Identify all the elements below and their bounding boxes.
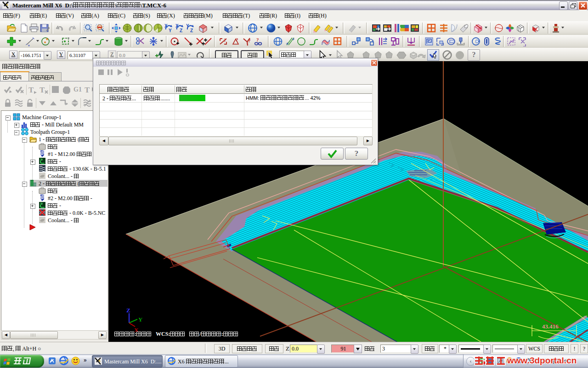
svg-text:T: T — [85, 86, 90, 94]
svg-text:Y: Y — [138, 316, 143, 323]
svg-text:Z: Z — [180, 28, 182, 33]
svg-text:43.416: 43.416 — [542, 323, 559, 330]
svg-text:?: ? — [256, 37, 259, 42]
svg-text:?: ? — [236, 37, 238, 42]
svg-text:T: T — [40, 86, 45, 94]
svg-text:Y: Y — [169, 28, 172, 33]
svg-text:T: T — [28, 86, 34, 94]
svg-text:Z: Z — [190, 28, 193, 33]
svg-text:Z: Z — [126, 307, 130, 314]
svg-text:?: ? — [224, 37, 226, 43]
svg-text:?: ? — [248, 38, 251, 43]
